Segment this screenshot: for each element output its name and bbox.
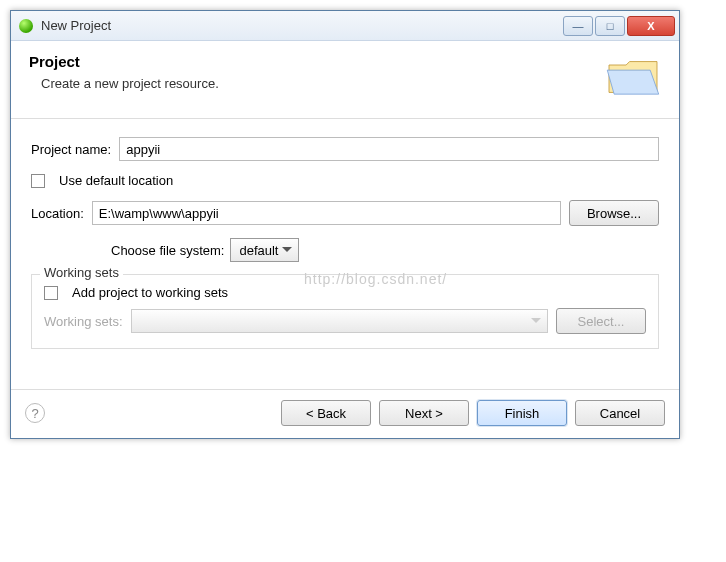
window-controls: — □ X — [563, 16, 675, 36]
add-to-working-sets-checkbox[interactable] — [44, 286, 58, 300]
page-subtitle: Create a new project resource. — [29, 76, 593, 91]
folder-icon — [605, 53, 661, 104]
dialog-footer: ? < Back Next > Finish Cancel — [11, 389, 679, 438]
project-name-input[interactable] — [119, 137, 659, 161]
app-icon — [19, 19, 33, 33]
select-working-sets-button: Select... — [556, 308, 646, 334]
page-title: Project — [29, 53, 593, 70]
window-title: New Project — [41, 18, 563, 33]
next-button[interactable]: Next > — [379, 400, 469, 426]
cancel-button[interactable]: Cancel — [575, 400, 665, 426]
add-to-working-sets-label: Add project to working sets — [72, 285, 228, 300]
titlebar[interactable]: New Project — □ X — [11, 11, 679, 41]
location-input[interactable] — [92, 201, 561, 225]
dialog-window: New Project — □ X Project Create a new p… — [10, 10, 680, 439]
working-sets-legend: Working sets — [40, 265, 123, 280]
working-sets-select — [131, 309, 548, 333]
use-default-location-checkbox[interactable] — [31, 174, 45, 188]
maximize-button[interactable]: □ — [595, 16, 625, 36]
dialog-header: Project Create a new project resource. — [11, 41, 679, 118]
minimize-button[interactable]: — — [563, 16, 593, 36]
location-label: Location: — [31, 206, 84, 221]
working-sets-fieldset: http://blog.csdn.net/ Working sets Add p… — [31, 274, 659, 349]
back-button[interactable]: < Back — [281, 400, 371, 426]
close-button[interactable]: X — [627, 16, 675, 36]
browse-button[interactable]: Browse... — [569, 200, 659, 226]
dialog-body: Project name: Use default location Locat… — [11, 119, 679, 389]
project-name-label: Project name: — [31, 142, 111, 157]
working-sets-label: Working sets: — [44, 314, 123, 329]
finish-button[interactable]: Finish — [477, 400, 567, 426]
use-default-location-label: Use default location — [59, 173, 173, 188]
help-icon[interactable]: ? — [25, 403, 45, 423]
file-system-select[interactable]: default — [230, 238, 299, 262]
file-system-value: default — [239, 243, 278, 258]
choose-fs-label: Choose file system: — [111, 243, 224, 258]
svg-marker-1 — [607, 70, 658, 94]
